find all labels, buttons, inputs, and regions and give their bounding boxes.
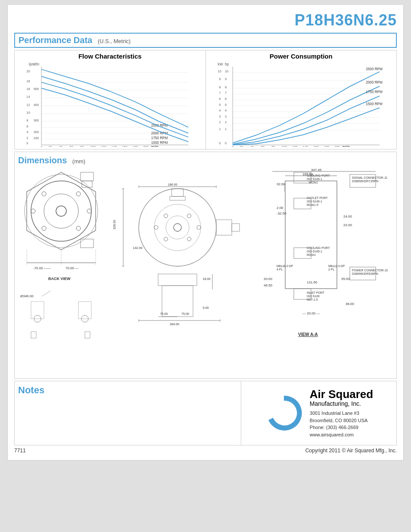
- svg-rect-157: [232, 224, 240, 231]
- svg-text:BACK VIEW: BACK VIEW: [48, 277, 71, 281]
- svg-text:D38999/20FC35PN: D38999/20FC35PN: [352, 180, 378, 183]
- svg-text:— 20.00 —: — 20.00 —: [302, 311, 320, 315]
- svg-text:INLET PORT: INLET PORT: [307, 291, 325, 294]
- svg-rect-139: [78, 302, 91, 319]
- power-chart-svg: kW 10 9 8 7 6 5 4 3 2 1 0 hp 10 9 8: [208, 61, 395, 147]
- svg-text:32.00: 32.00: [277, 182, 286, 186]
- svg-text:60: 60: [70, 145, 73, 147]
- svg-text:75.00: 75.00: [181, 312, 189, 316]
- svg-text:40: 40: [59, 145, 62, 147]
- power-chart-container: kW 10 9 8 7 6 5 4 3 2 1 0 hp 10 9 8: [208, 61, 395, 147]
- svg-text:20: 20: [49, 145, 52, 147]
- svg-text:38.00: 38.00: [346, 302, 355, 306]
- svg-text:ISO 6149-1: ISO 6149-1: [307, 250, 322, 253]
- svg-text:6: 6: [224, 97, 226, 101]
- performance-title: Performance Data: [19, 35, 92, 45]
- svg-text:0: 0: [40, 145, 42, 147]
- svg-text:24.00: 24.00: [343, 215, 352, 218]
- page: P18H36N6.25 Performance Data (U.S., Metr…: [7, 4, 404, 460]
- svg-point-119: [42, 192, 46, 196]
- svg-text:8: 8: [219, 85, 221, 89]
- svg-point-120: [76, 192, 81, 196]
- svg-text:185.50: 185.50: [302, 172, 313, 176]
- svg-text:10: 10: [218, 69, 221, 73]
- detail-view-svg: COOLING PORT ISO 6149-1 M10x1 OUTLET POR…: [251, 168, 393, 349]
- svg-text:3: 3: [219, 115, 221, 118]
- svg-text:284.00: 284.00: [170, 322, 179, 326]
- company-city: Broomfield, CO 80020 USA: [310, 417, 373, 424]
- svg-text:cfm: cfm: [34, 62, 39, 66]
- svg-text:200: 200: [334, 145, 339, 147]
- svg-text:400: 400: [34, 103, 39, 107]
- svg-text:131.50: 131.50: [307, 280, 318, 284]
- svg-point-121: [42, 226, 46, 230]
- front-view-drawing: 186.00 328.00 142.00 284.00: [108, 168, 247, 375]
- svg-text:18.00: 18.00: [203, 277, 211, 281]
- flow-chart-container: lpm 20 18 16 14 12 10 8 6 4 2 0 cfm 5: [17, 61, 203, 147]
- svg-text:120: 120: [101, 145, 106, 147]
- svg-text:18: 18: [27, 79, 30, 83]
- svg-text:6: 6: [219, 97, 221, 101]
- svg-text:M27-1.5: M27-1.5: [307, 298, 318, 301]
- svg-text:9.00: 9.00: [203, 306, 209, 310]
- svg-text:160: 160: [122, 145, 127, 147]
- footer: 7711 Copyright 2011 © Air Squared Mfg., …: [14, 448, 397, 454]
- svg-text:14: 14: [27, 95, 30, 99]
- svg-text:COOLING PORT: COOLING PORT: [307, 246, 330, 249]
- svg-point-124: [87, 209, 91, 213]
- svg-text:60: 60: [261, 145, 264, 147]
- svg-text:4: 4: [27, 130, 28, 134]
- dimensions-section: Dimensions (mm): [14, 152, 397, 379]
- dimensions-units: (mm): [72, 158, 85, 165]
- svg-text:120: 120: [292, 145, 297, 147]
- svg-point-123: [31, 209, 35, 213]
- svg-text:140: 140: [112, 145, 117, 147]
- svg-text:ISO 6149-1: ISO 6149-1: [307, 200, 322, 203]
- svg-rect-138: [31, 302, 44, 319]
- svg-text:160: 160: [313, 145, 318, 147]
- svg-text:180: 180: [133, 145, 138, 147]
- svg-text:M8x12.0 DP: M8x12.0 DP: [328, 264, 345, 268]
- svg-text:hp: hp: [224, 62, 229, 66]
- svg-text:100: 100: [90, 145, 96, 147]
- svg-text:1750 RPM: 1750 RPM: [151, 136, 168, 140]
- company-logo-svg: [265, 394, 303, 432]
- svg-rect-167: [158, 274, 197, 286]
- svg-line-137: [42, 291, 50, 296]
- svg-point-146: [166, 216, 189, 239]
- svg-point-153: [197, 226, 201, 230]
- svg-point-122: [76, 226, 81, 230]
- svg-rect-156: [216, 220, 232, 235]
- svg-text:ISO 6149-1: ISO 6149-1: [307, 177, 322, 180]
- svg-text:POWER CONNECTOR-J2: POWER CONNECTOR-J2: [352, 269, 388, 272]
- svg-text:20.00: 20.00: [264, 277, 273, 281]
- svg-text:70.00 —: 70.00 —: [65, 266, 78, 270]
- front-view-svg: 186.00 328.00 142.00 284.00: [108, 168, 247, 349]
- svg-text:1500 RPM: 1500 RPM: [151, 141, 168, 145]
- svg-text:3: 3: [224, 115, 226, 118]
- svg-text:328.00: 328.00: [112, 220, 116, 230]
- company-info: Air Squared Manufacturing, Inc. 3001 Ind…: [310, 388, 373, 439]
- svg-text:2 PL: 2 PL: [328, 268, 335, 271]
- company-subtitle: Manufacturing, Inc.: [310, 400, 373, 407]
- svg-text:5: 5: [224, 103, 226, 107]
- svg-text:40: 40: [250, 145, 254, 147]
- svg-rect-142: [31, 332, 36, 338]
- dimensions-title: Dimensions: [18, 156, 67, 165]
- svg-point-118: [56, 206, 66, 216]
- svg-text:100: 100: [281, 145, 286, 147]
- detail-view-drawing: COOLING PORT ISO 6149-1 M10x1 OUTLET POR…: [251, 168, 393, 375]
- svg-point-151: [187, 237, 191, 241]
- svg-text:-70.00 ——: -70.00 ——: [33, 266, 51, 270]
- svg-text:4: 4: [219, 109, 221, 112]
- svg-text:200: 200: [34, 130, 39, 134]
- svg-text:4 PL: 4 PL: [277, 268, 283, 271]
- svg-rect-154: [172, 189, 184, 196]
- logo-area: Air Squared Manufacturing, Inc. 3001 Ind…: [241, 381, 396, 445]
- company-name: Air Squared: [310, 388, 373, 401]
- notes-area: Notes: [15, 381, 241, 445]
- performance-section: Performance Data (U.S., Metric): [14, 33, 397, 48]
- svg-text:347.45: 347.45: [311, 168, 322, 172]
- svg-text:35.00: 35.00: [341, 277, 350, 281]
- model-number: P18H36N6.25: [14, 11, 397, 29]
